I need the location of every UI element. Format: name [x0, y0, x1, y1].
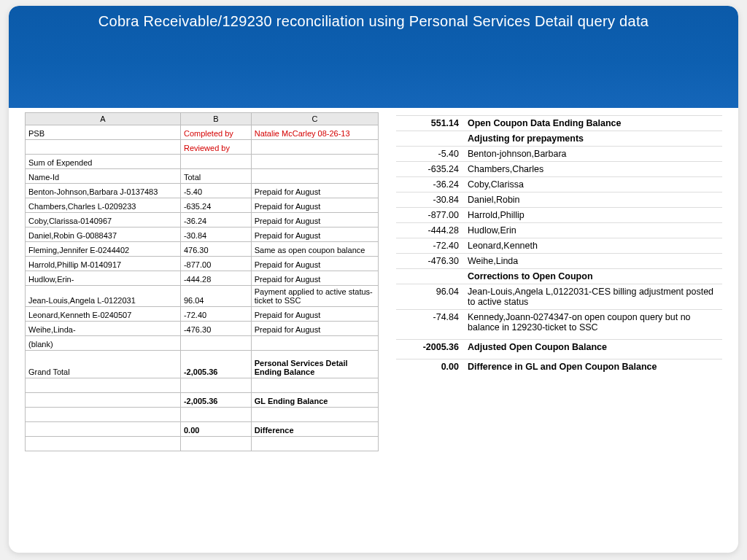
cell-a1[interactable]: PSB	[26, 125, 181, 140]
cell-gt-amount[interactable]: -2,005.36	[180, 351, 251, 378]
data-row: Jean-Louis,Angela L-012203196.04Payment …	[26, 286, 379, 307]
cell-c4[interactable]	[251, 169, 378, 184]
cell-name[interactable]: Hudlow,Erin-	[26, 271, 181, 286]
col-header-row: A B C	[26, 113, 379, 125]
cell[interactable]	[26, 422, 181, 437]
recon-text: Corrections to Open Coupon	[463, 269, 722, 284]
cell-amount[interactable]: -30.84	[180, 228, 251, 242]
cell-note[interactable]: Prepaid for August	[251, 213, 378, 228]
recon-amount: -74.84	[396, 310, 463, 335]
data-row: Weihe,Linda--476.30Prepaid for August	[26, 322, 379, 336]
data-row: Fleming,Jennifer E-0244402476.30Same as …	[26, 242, 379, 257]
row-sum: Sum of Expended	[26, 155, 379, 169]
recon-text: Kennedy,Joann-0274347-on open coupon que…	[463, 310, 722, 335]
recon-amount: -5.40	[396, 147, 463, 162]
cell-name[interactable]: Daniel,Robin G-0088437	[26, 228, 181, 242]
row-nameid: Name-Id Total	[26, 169, 379, 184]
row-grand-total: Grand Total -2,005.36 Personal Services …	[26, 351, 379, 378]
cell-a4[interactable]: Name-Id	[26, 169, 181, 184]
reconciliation-table: 551.14 Open Coupon Data Ending Balance A…	[396, 115, 722, 374]
cell-gl-label[interactable]: GL Ending Balance	[251, 393, 378, 408]
cell-blank[interactable]: (blank)	[26, 336, 181, 351]
cell-note[interactable]: Prepaid for August	[251, 322, 378, 336]
recon-amount: -877.00	[396, 208, 463, 223]
cell-amount[interactable]: -5.40	[180, 184, 251, 198]
slide-content: A B C PSB Completed by Natalie McCarley …	[9, 108, 738, 462]
recon-text: Difference in GL and Open Coupon Balance	[463, 359, 722, 375]
recon-row: Corrections to Open Coupon	[396, 269, 722, 284]
cell-gt-label[interactable]: Grand Total	[26, 351, 181, 378]
cell-amount[interactable]: -444.28	[180, 271, 251, 286]
cell-a2[interactable]	[26, 140, 181, 155]
cell[interactable]	[26, 393, 181, 408]
cell-name[interactable]: Fleming,Jennifer E-0244402	[26, 242, 181, 257]
recon-text: Leonard,Kenneth	[463, 238, 722, 254]
recon-row: Adjusting for prepayments	[396, 131, 722, 147]
cell-c3[interactable]	[251, 155, 378, 169]
data-row: Chambers,Charles L-0209233-635.24Prepaid…	[26, 198, 379, 213]
cell-amount[interactable]: 476.30	[180, 242, 251, 257]
recon-amount: -476.30	[396, 254, 463, 269]
recon-row: -2005.36 Adjusted Open Coupon Balance	[396, 340, 722, 355]
cell-name[interactable]: Coby,Clarissa-0140967	[26, 213, 181, 228]
cell-note[interactable]: Prepaid for August	[251, 271, 378, 286]
cell-amount[interactable]: -635.24	[180, 198, 251, 213]
cell-name[interactable]: Chambers,Charles L-0209233	[26, 198, 181, 213]
cell-diff-amount[interactable]: 0.00	[180, 422, 251, 437]
recon-row: -74.84 Kennedy,Joann-0274347-on open cou…	[396, 310, 722, 335]
cell-name[interactable]: Weihe,Linda-	[26, 322, 181, 336]
cell-b4[interactable]: Total	[180, 169, 251, 184]
cell-note[interactable]: Prepaid for August	[251, 228, 378, 242]
cell-note[interactable]: Same as open coupon balance	[251, 242, 378, 257]
cell-note[interactable]: Prepaid for August	[251, 198, 378, 213]
cell-b1[interactable]: Completed by	[180, 125, 251, 140]
cell-diff-label[interactable]: Difference	[251, 422, 378, 437]
cell-note[interactable]: Payment applied to active status-ticket …	[251, 286, 378, 307]
data-row: Benton-Johnson,Barbara J-0137483-5.40Pre…	[26, 184, 379, 198]
recon-row: -36.24 Coby,Clarissa	[396, 177, 722, 192]
cell-note[interactable]: Prepaid for August	[251, 184, 378, 198]
cell-c1[interactable]: Natalie McCarley 08-26-13	[251, 125, 378, 140]
recon-text: Jean-Louis,Angela L,0122031-CES billing …	[463, 284, 722, 310]
cell-c2[interactable]	[251, 140, 378, 155]
recon-row: -877.00 Harrold,Phillip	[396, 208, 722, 223]
cell-amount[interactable]: -877.00	[180, 257, 251, 271]
recon-amount: -444.28	[396, 223, 463, 238]
cell-b3[interactable]	[180, 155, 251, 169]
data-row: Hudlow,Erin--444.28Prepaid for August	[26, 271, 379, 286]
cell-name[interactable]: Harrold,Phillip M-0140917	[26, 257, 181, 271]
recon-text: Hudlow,Erin	[463, 223, 722, 238]
cell-b2[interactable]: Reviewed by	[180, 140, 251, 155]
reconciliation-panel: 551.14 Open Coupon Data Ending Balance A…	[396, 112, 722, 451]
recon-row: 551.14 Open Coupon Data Ending Balance	[396, 116, 722, 131]
col-header-c[interactable]: C	[251, 113, 378, 125]
row-spacer	[26, 378, 379, 393]
recon-amount: -72.40	[396, 238, 463, 254]
row-gl: -2,005.36 GL Ending Balance	[26, 393, 379, 408]
recon-amount: 0.00	[396, 359, 463, 375]
recon-text: Chambers,Charles	[463, 162, 722, 177]
cell-amount[interactable]: -36.24	[180, 213, 251, 228]
row-reviewed: Reviewed by	[26, 140, 379, 155]
recon-amount: -2005.36	[396, 340, 463, 355]
cell-amount[interactable]: 96.04	[180, 286, 251, 307]
recon-amount: -635.24	[396, 162, 463, 177]
recon-amount: -36.24	[396, 177, 463, 192]
col-header-a[interactable]: A	[26, 113, 181, 125]
cell-amount[interactable]: -72.40	[180, 307, 251, 322]
cell-a3[interactable]: Sum of Expended	[26, 155, 181, 169]
cell-note[interactable]: Prepaid for August	[251, 307, 378, 322]
cell-amount[interactable]: -476.30	[180, 322, 251, 336]
cell[interactable]	[251, 336, 378, 351]
col-header-b[interactable]: B	[180, 113, 251, 125]
cell-name[interactable]: Benton-Johnson,Barbara J-0137483	[26, 184, 181, 198]
cell-note[interactable]: Prepaid for August	[251, 257, 378, 271]
cell-gl-amount[interactable]: -2,005.36	[180, 393, 251, 408]
cell[interactable]	[180, 336, 251, 351]
cell-gt-note[interactable]: Personal Services Detail Ending Balance	[251, 351, 378, 378]
cell-name[interactable]: Leonard,Kenneth E-0240507	[26, 307, 181, 322]
cell-name[interactable]: Jean-Louis,Angela L-0122031	[26, 286, 181, 307]
recon-text: Daniel,Robin	[463, 192, 722, 208]
recon-text: Benton-johnson,Barbara	[463, 147, 722, 162]
row-blank: (blank)	[26, 336, 379, 351]
